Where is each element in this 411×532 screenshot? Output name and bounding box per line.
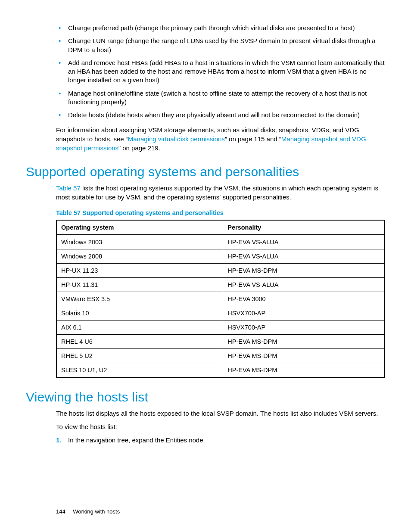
content: Change preferred path (change the primar… [56, 24, 385, 445]
step-item: In the navigation tree, expand the Entit… [56, 436, 385, 445]
table-row: Windows 2003HP-EVA VS-ALUA [56, 235, 385, 249]
cell: HP-EVA VS-ALUA [223, 235, 385, 249]
heading-viewing-hosts: Viewing the hosts list [26, 390, 385, 404]
page: Change preferred path (change the primar… [0, 0, 411, 532]
cell: HP-EVA VS-ALUA [223, 249, 385, 264]
cell: Windows 2008 [56, 249, 223, 264]
bullet-item: Delete hosts (delete hosts when they are… [56, 111, 385, 119]
page-footer: 144 Working with hosts [56, 508, 120, 515]
bullet-item: Add and remove host HBAs (add HBAs to a … [56, 59, 385, 85]
link-virtual-disk-permissions[interactable]: Managing virtual disk permissions [128, 135, 225, 143]
text: ” on page 115 and “ [225, 135, 281, 143]
table-row: RHEL 5 U2HP-EVA MS-DPM [56, 349, 385, 363]
text: lists the host operating systems support… [56, 184, 378, 201]
link-table-57[interactable]: Table 57 [56, 184, 81, 192]
cell: HP-EVA MS-DPM [223, 349, 385, 363]
hosts-paragraph-2: To view the hosts list: [56, 422, 385, 431]
info-paragraph: For information about assigning VSM stor… [56, 125, 385, 152]
cell: SLES 10 U1, U2 [56, 363, 223, 378]
cell: RHEL 5 U2 [56, 349, 223, 363]
bullet-item: Change preferred path (change the primar… [56, 24, 385, 32]
steps-list: In the navigation tree, expand the Entit… [56, 436, 385, 445]
table-row: Windows 2008HP-EVA VS-ALUA [56, 249, 385, 264]
bullet-item: Manage host online/offline state (switch… [56, 89, 385, 107]
table-row: RHEL 4 U6HP-EVA MS-DPM [56, 335, 385, 349]
cell: HP-EVA MS-DPM [223, 335, 385, 349]
bullet-list: Change preferred path (change the primar… [56, 24, 385, 119]
table-row: VMWare ESX 3.5HP-EVA 3000 [56, 292, 385, 306]
table-row: HP-UX 11.31HP-EVA VS-ALUA [56, 278, 385, 292]
th-personality: Personality [223, 220, 385, 235]
table-row: SLES 10 U1, U2HP-EVA MS-DPM [56, 363, 385, 378]
text: ” on page 219. [118, 144, 160, 152]
intro-paragraph: Table 57 lists the host operating system… [56, 184, 385, 202]
table-caption: Table 57 Supported operating systems and… [56, 209, 385, 216]
cell: RHEL 4 U6 [56, 335, 223, 349]
cell: Windows 2003 [56, 235, 223, 249]
table-header-row: Operating system Personality [56, 220, 385, 235]
cell: HP-UX 11.31 [56, 278, 223, 292]
cell: AIX 6.1 [56, 320, 223, 335]
cell: HP-EVA VS-ALUA [223, 278, 385, 292]
cell: HSVX700-AP [223, 306, 385, 320]
heading-supported-os: Supported operating systems and personal… [26, 165, 385, 179]
table-row: AIX 6.1HSVX700-AP [56, 320, 385, 335]
bullet-item: Change LUN range (change the range of LU… [56, 37, 385, 54]
cell: HSVX700-AP [223, 320, 385, 335]
cell: VMWare ESX 3.5 [56, 292, 223, 306]
footer-label: Working with hosts [73, 508, 120, 515]
cell: HP-EVA MS-DPM [223, 264, 385, 278]
th-os: Operating system [56, 220, 223, 235]
page-number: 144 [56, 508, 65, 515]
cell: Solaris 10 [56, 306, 223, 320]
table-row: Solaris 10HSVX700-AP [56, 306, 385, 320]
cell: HP-UX 11.23 [56, 264, 223, 278]
os-table: Operating system Personality Windows 200… [56, 220, 385, 378]
hosts-paragraph-1: The hosts list displays all the hosts ex… [56, 409, 385, 418]
table-row: HP-UX 11.23HP-EVA MS-DPM [56, 264, 385, 278]
cell: HP-EVA MS-DPM [223, 363, 385, 378]
cell: HP-EVA 3000 [223, 292, 385, 306]
